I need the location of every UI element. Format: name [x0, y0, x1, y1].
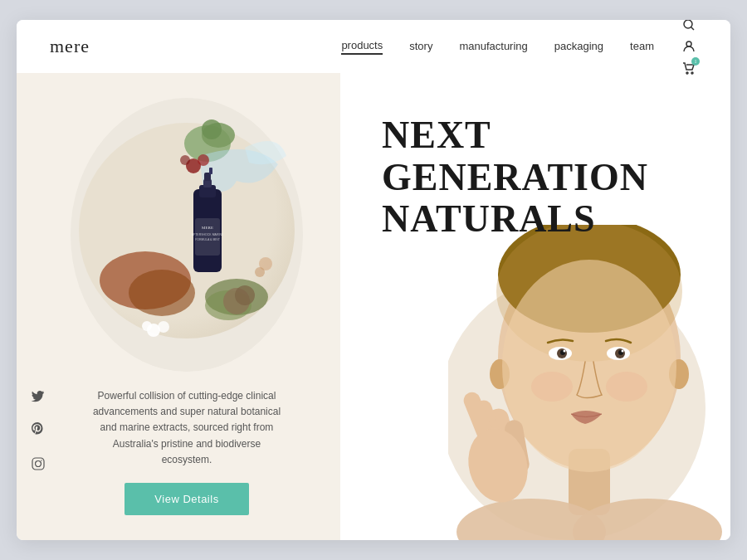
svg-point-33	[255, 267, 265, 277]
pinterest-icon[interactable]	[32, 422, 45, 441]
svg-rect-28	[209, 168, 212, 174]
svg-point-6	[36, 460, 42, 466]
svg-point-30	[142, 321, 152, 331]
svg-point-49	[564, 349, 566, 352]
nav-item-products[interactable]: products	[341, 39, 383, 55]
product-image-container: MERE AFTERSHOCK MARINE FORMULA & MIST	[71, 98, 303, 372]
hero-title-line1: NEXT GENERATION	[382, 114, 706, 198]
right-vertical-nav: material designers process	[730, 233, 730, 381]
nav-item-team[interactable]: team	[630, 40, 654, 54]
svg-point-7	[41, 460, 42, 460]
svg-point-16	[235, 285, 255, 305]
logo[interactable]: mere	[50, 36, 133, 57]
right-nav-material[interactable]: material	[730, 233, 730, 270]
svg-line-1	[691, 27, 695, 31]
svg-point-18	[198, 154, 209, 166]
main-nav: products story manufacturing packaging t…	[341, 39, 654, 55]
header-icons: 1	[681, 20, 697, 76]
svg-point-31	[158, 321, 169, 333]
svg-point-50	[622, 349, 624, 352]
cart-badge: 1	[691, 57, 700, 66]
svg-point-42	[502, 260, 676, 472]
user-icon[interactable]	[681, 38, 697, 55]
svg-rect-5	[32, 458, 44, 470]
hero-title-line2: NATURALS	[382, 198, 706, 241]
right-nav-designers[interactable]: designers	[730, 285, 730, 329]
svg-point-10	[202, 119, 222, 139]
view-details-button[interactable]: View Details	[124, 483, 248, 515]
svg-point-2	[686, 41, 691, 46]
svg-point-12	[129, 270, 195, 316]
twitter-icon[interactable]	[32, 391, 45, 406]
social-icons	[32, 391, 45, 474]
product-description: Powerful collision of cutting-edge clini…	[87, 388, 286, 468]
svg-rect-23	[195, 218, 220, 256]
instagram-icon[interactable]	[32, 457, 45, 474]
svg-point-3	[686, 72, 688, 74]
right-panel: NEXT GENERATION NATURALS	[340, 73, 730, 540]
svg-point-4	[691, 72, 693, 74]
product-illustration: MERE AFTERSHOCK MARINE FORMULA & MIST	[71, 90, 303, 372]
nav-item-manufacturing[interactable]: manufacturing	[459, 40, 527, 54]
nav-item-packaging[interactable]: packaging	[554, 40, 603, 54]
header: mere products story manufacturing packag…	[17, 20, 730, 73]
main-content: MERE AFTERSHOCK MARINE FORMULA & MIST Po	[17, 73, 730, 540]
svg-text:MERE: MERE	[202, 226, 213, 230]
svg-point-56	[531, 372, 573, 402]
face-illustration	[448, 225, 730, 540]
cart-icon[interactable]: 1	[681, 60, 697, 76]
left-panel: MERE AFTERSHOCK MARINE FORMULA & MIST Po	[17, 73, 340, 540]
svg-text:AFTERSHOCK MARINE: AFTERSHOCK MARINE	[192, 233, 224, 236]
hero-title: NEXT GENERATION NATURALS	[382, 114, 706, 241]
svg-point-57	[606, 372, 647, 402]
nav-item-story[interactable]: story	[409, 40, 432, 54]
svg-point-19	[180, 155, 190, 165]
browser-frame: mere products story manufacturing packag…	[17, 20, 730, 540]
face-image-container	[448, 225, 730, 540]
search-icon[interactable]	[681, 20, 697, 33]
right-nav-process[interactable]: process	[730, 345, 730, 380]
svg-text:FORMULA & MIST: FORMULA & MIST	[195, 238, 220, 241]
